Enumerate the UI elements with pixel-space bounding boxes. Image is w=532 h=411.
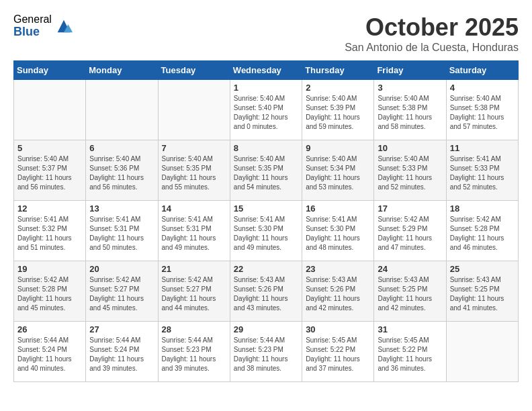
calendar-cell: 21Sunrise: 5:42 AM Sunset: 5:27 PM Dayli… [158, 261, 230, 322]
calendar-cell: 8Sunrise: 5:40 AM Sunset: 5:35 PM Daylig… [230, 140, 302, 201]
logo-general: General [13, 13, 52, 26]
day-info: Sunrise: 5:41 AM Sunset: 5:30 PM Dayligh… [306, 215, 370, 253]
day-number: 25 [450, 264, 515, 274]
week-row-2: 12Sunrise: 5:41 AM Sunset: 5:32 PM Dayli… [14, 201, 519, 261]
day-info: Sunrise: 5:44 AM Sunset: 5:23 PM Dayligh… [234, 336, 298, 373]
day-info: Sunrise: 5:40 AM Sunset: 5:40 PM Dayligh… [234, 94, 298, 132]
calendar-cell: 27Sunrise: 5:44 AM Sunset: 5:24 PM Dayli… [86, 322, 158, 382]
calendar-cell: 25Sunrise: 5:43 AM Sunset: 5:25 PM Dayli… [446, 261, 518, 322]
calendar-cell: 9Sunrise: 5:40 AM Sunset: 5:34 PM Daylig… [302, 140, 374, 201]
logo: General Blue [13, 13, 73, 38]
day-number: 12 [17, 203, 82, 214]
day-number: 1 [234, 83, 298, 93]
day-info: Sunrise: 5:41 AM Sunset: 5:31 PM Dayligh… [162, 215, 226, 253]
day-info: Sunrise: 5:42 AM Sunset: 5:27 PM Dayligh… [89, 275, 154, 313]
day-info: Sunrise: 5:42 AM Sunset: 5:28 PM Dayligh… [17, 275, 82, 313]
day-info: Sunrise: 5:41 AM Sunset: 5:33 PM Dayligh… [450, 154, 515, 192]
calendar-cell: 6Sunrise: 5:40 AM Sunset: 5:36 PM Daylig… [86, 140, 158, 201]
day-number: 15 [234, 203, 298, 214]
col-saturday: Saturday [446, 61, 518, 80]
calendar-cell [446, 322, 518, 382]
day-number: 16 [306, 203, 370, 214]
page-header: General Blue October 2025 San Antonio de… [13, 13, 519, 54]
calendar-cell: 5Sunrise: 5:40 AM Sunset: 5:37 PM Daylig… [14, 140, 86, 201]
calendar-cell: 2Sunrise: 5:40 AM Sunset: 5:39 PM Daylig… [302, 80, 374, 140]
day-number: 18 [450, 203, 515, 214]
day-number: 3 [378, 83, 442, 93]
calendar-cell [158, 80, 230, 140]
calendar-cell: 4Sunrise: 5:40 AM Sunset: 5:38 PM Daylig… [446, 80, 518, 140]
day-number: 9 [306, 143, 370, 153]
calendar-cell: 31Sunrise: 5:45 AM Sunset: 5:22 PM Dayli… [374, 322, 446, 382]
calendar-cell: 16Sunrise: 5:41 AM Sunset: 5:30 PM Dayli… [302, 201, 374, 261]
day-number: 24 [378, 264, 442, 274]
day-info: Sunrise: 5:40 AM Sunset: 5:33 PM Dayligh… [378, 154, 442, 192]
day-info: Sunrise: 5:40 AM Sunset: 5:38 PM Dayligh… [378, 94, 442, 132]
calendar-header: Sunday Monday Tuesday Wednesday Thursday… [14, 61, 519, 80]
calendar-cell: 15Sunrise: 5:41 AM Sunset: 5:30 PM Dayli… [230, 201, 302, 261]
day-number: 21 [162, 264, 226, 274]
calendar-cell: 1Sunrise: 5:40 AM Sunset: 5:40 PM Daylig… [230, 80, 302, 140]
calendar-cell: 24Sunrise: 5:43 AM Sunset: 5:25 PM Dayli… [374, 261, 446, 322]
day-number: 28 [162, 324, 226, 334]
calendar-cell: 10Sunrise: 5:40 AM Sunset: 5:33 PM Dayli… [374, 140, 446, 201]
day-number: 6 [89, 143, 154, 153]
calendar-cell [86, 80, 158, 140]
day-info: Sunrise: 5:43 AM Sunset: 5:25 PM Dayligh… [378, 275, 442, 313]
calendar-cell: 30Sunrise: 5:45 AM Sunset: 5:22 PM Dayli… [302, 322, 374, 382]
day-info: Sunrise: 5:43 AM Sunset: 5:25 PM Dayligh… [450, 275, 515, 313]
day-number: 30 [306, 324, 370, 334]
col-monday: Monday [86, 61, 158, 80]
day-info: Sunrise: 5:43 AM Sunset: 5:26 PM Dayligh… [234, 275, 298, 313]
logo-icon [54, 17, 73, 36]
day-number: 4 [450, 83, 515, 93]
calendar-cell: 17Sunrise: 5:42 AM Sunset: 5:29 PM Dayli… [374, 201, 446, 261]
day-info: Sunrise: 5:40 AM Sunset: 5:36 PM Dayligh… [89, 154, 154, 192]
calendar-cell: 18Sunrise: 5:42 AM Sunset: 5:28 PM Dayli… [446, 201, 518, 261]
day-info: Sunrise: 5:41 AM Sunset: 5:30 PM Dayligh… [234, 215, 298, 253]
day-number: 31 [378, 324, 442, 334]
col-sunday: Sunday [14, 61, 86, 80]
week-row-0: 1Sunrise: 5:40 AM Sunset: 5:40 PM Daylig… [14, 80, 519, 140]
calendar-table: Sunday Monday Tuesday Wednesday Thursday… [13, 60, 519, 382]
day-info: Sunrise: 5:40 AM Sunset: 5:34 PM Dayligh… [306, 154, 370, 192]
week-row-3: 19Sunrise: 5:42 AM Sunset: 5:28 PM Dayli… [14, 261, 519, 322]
calendar-cell: 19Sunrise: 5:42 AM Sunset: 5:28 PM Dayli… [14, 261, 86, 322]
calendar-cell: 29Sunrise: 5:44 AM Sunset: 5:23 PM Dayli… [230, 322, 302, 382]
calendar-cell: 20Sunrise: 5:42 AM Sunset: 5:27 PM Dayli… [86, 261, 158, 322]
day-info: Sunrise: 5:42 AM Sunset: 5:29 PM Dayligh… [378, 215, 442, 253]
day-number: 19 [17, 264, 82, 274]
calendar-cell: 26Sunrise: 5:44 AM Sunset: 5:24 PM Dayli… [14, 322, 86, 382]
day-info: Sunrise: 5:44 AM Sunset: 5:23 PM Dayligh… [162, 336, 226, 373]
day-number: 7 [162, 143, 226, 153]
day-number: 5 [17, 143, 82, 153]
day-info: Sunrise: 5:40 AM Sunset: 5:35 PM Dayligh… [234, 154, 298, 192]
day-info: Sunrise: 5:40 AM Sunset: 5:38 PM Dayligh… [450, 94, 515, 132]
calendar-cell: 22Sunrise: 5:43 AM Sunset: 5:26 PM Dayli… [230, 261, 302, 322]
calendar-cell: 28Sunrise: 5:44 AM Sunset: 5:23 PM Dayli… [158, 322, 230, 382]
col-wednesday: Wednesday [230, 61, 302, 80]
day-number: 2 [306, 83, 370, 93]
title-block: October 2025 San Antonio de la Cuesta, H… [345, 13, 519, 54]
location: San Antonio de la Cuesta, Honduras [345, 42, 519, 54]
day-info: Sunrise: 5:41 AM Sunset: 5:32 PM Dayligh… [17, 215, 82, 253]
day-info: Sunrise: 5:41 AM Sunset: 5:31 PM Dayligh… [89, 215, 154, 253]
day-info: Sunrise: 5:44 AM Sunset: 5:24 PM Dayligh… [89, 336, 154, 373]
day-info: Sunrise: 5:43 AM Sunset: 5:26 PM Dayligh… [306, 275, 370, 313]
calendar-cell: 13Sunrise: 5:41 AM Sunset: 5:31 PM Dayli… [86, 201, 158, 261]
day-info: Sunrise: 5:42 AM Sunset: 5:27 PM Dayligh… [162, 275, 226, 313]
calendar-cell: 14Sunrise: 5:41 AM Sunset: 5:31 PM Dayli… [158, 201, 230, 261]
day-info: Sunrise: 5:40 AM Sunset: 5:39 PM Dayligh… [306, 94, 370, 132]
day-info: Sunrise: 5:44 AM Sunset: 5:24 PM Dayligh… [17, 336, 82, 373]
calendar-cell: 11Sunrise: 5:41 AM Sunset: 5:33 PM Dayli… [446, 140, 518, 201]
col-thursday: Thursday [302, 61, 374, 80]
week-row-1: 5Sunrise: 5:40 AM Sunset: 5:37 PM Daylig… [14, 140, 519, 201]
day-number: 27 [89, 324, 154, 334]
day-info: Sunrise: 5:45 AM Sunset: 5:22 PM Dayligh… [306, 336, 370, 373]
day-info: Sunrise: 5:40 AM Sunset: 5:37 PM Dayligh… [17, 154, 82, 192]
calendar-cell: 23Sunrise: 5:43 AM Sunset: 5:26 PM Dayli… [302, 261, 374, 322]
day-number: 11 [450, 143, 515, 153]
header-row: Sunday Monday Tuesday Wednesday Thursday… [14, 61, 519, 80]
day-number: 20 [89, 264, 154, 274]
day-info: Sunrise: 5:42 AM Sunset: 5:28 PM Dayligh… [450, 215, 515, 253]
